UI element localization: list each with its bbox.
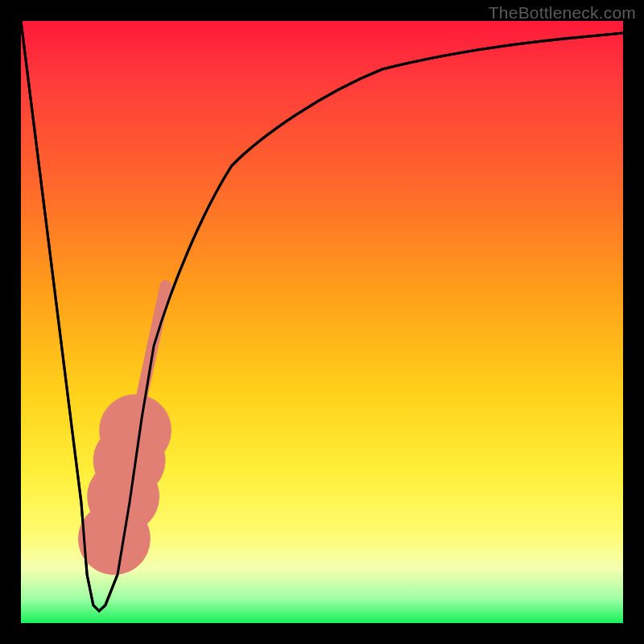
chart-svg	[21, 21, 623, 623]
chart-frame: TheBottleneck.com	[0, 0, 644, 644]
watermark-text: TheBottleneck.com	[489, 3, 636, 23]
highlight-dot	[99, 394, 171, 467]
highlight-band	[138, 286, 166, 412]
